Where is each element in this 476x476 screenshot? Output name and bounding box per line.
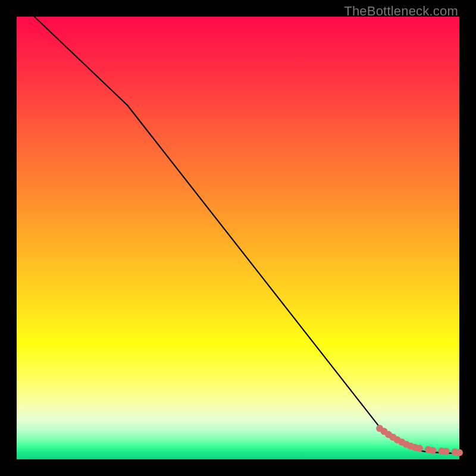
chart-frame: TheBottleneck.com — [0, 0, 476, 476]
main-curve — [35, 17, 459, 453]
data-point — [416, 444, 423, 452]
data-point — [429, 447, 436, 454]
data-point — [456, 449, 463, 456]
data-points-cluster — [376, 425, 463, 456]
data-point — [443, 448, 450, 455]
chart-overlay-svg — [17, 17, 459, 459]
